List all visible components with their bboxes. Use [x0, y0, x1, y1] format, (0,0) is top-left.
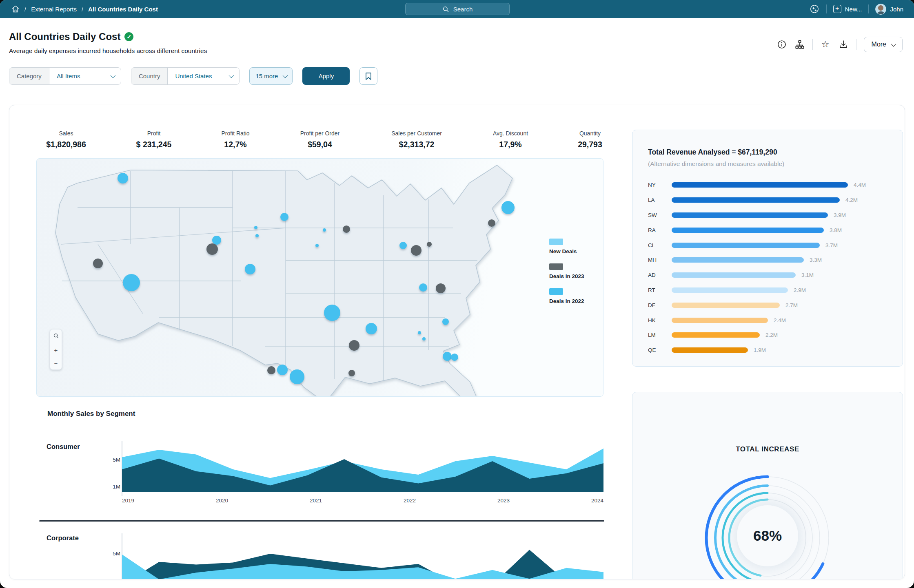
assistant-sparkle-icon[interactable]	[809, 4, 820, 14]
deal-bubble-blue[interactable]	[315, 244, 319, 247]
kpi-value: $ 231,245	[136, 140, 172, 149]
lineage-icon[interactable]	[794, 39, 805, 50]
deal-bubble-blue[interactable]	[280, 213, 288, 221]
user-menu[interactable]: John	[875, 4, 903, 15]
revenue-bar-row[interactable]: CL3.7M	[648, 242, 890, 248]
kpi-value: 12,7%	[221, 140, 249, 149]
deal-bubble-blue[interactable]	[501, 201, 515, 214]
chevron-down-icon	[229, 73, 234, 78]
bar-value-label: 4.2M	[845, 197, 858, 203]
kpi-label: Profit per Order	[300, 130, 339, 137]
consumer-area-chart[interactable]	[122, 441, 603, 496]
deal-bubble-gray[interactable]	[427, 242, 432, 247]
bar-category-label: HK	[648, 317, 660, 323]
bar-value-label: 1.9M	[754, 347, 766, 353]
legend-item-new-deals: New Deals	[549, 239, 584, 254]
category-filter-label: Category	[9, 68, 49, 84]
apply-button[interactable]: Apply	[302, 67, 350, 85]
deal-bubble-blue[interactable]	[451, 354, 458, 361]
deal-bubble-gray[interactable]	[411, 245, 422, 256]
bookmark-button[interactable]	[359, 67, 377, 85]
revenue-bar-row[interactable]: LM2.2M	[648, 332, 890, 338]
new-button[interactable]: New...	[833, 5, 862, 13]
deal-bubble-gray[interactable]	[436, 283, 446, 293]
revenue-bar-row[interactable]: DF2.7M	[648, 302, 890, 308]
download-icon[interactable]	[838, 39, 849, 50]
deal-bubble-blue[interactable]	[254, 226, 257, 229]
bar	[672, 303, 780, 308]
deal-bubble-gray[interactable]	[267, 366, 275, 374]
deal-bubble-blue[interactable]	[422, 337, 426, 340]
bar-value-label: 3.9M	[834, 212, 846, 218]
map-zoom-out-button[interactable]: −	[54, 360, 58, 366]
revenue-bar-row[interactable]: AD3.1M	[648, 272, 890, 278]
favorite-star-icon[interactable]: ☆	[820, 39, 831, 50]
revenue-bar-row[interactable]: SW3.9M	[648, 212, 890, 218]
deal-bubble-gray[interactable]	[349, 340, 359, 351]
us-deals-map[interactable]: New DealsDeals in 2023Deals in 2022 + −	[36, 158, 603, 397]
deal-bubble-gray[interactable]	[348, 370, 355, 376]
revenue-bar-row[interactable]: MH3.3M	[648, 257, 890, 263]
deal-bubble-gray[interactable]	[206, 243, 218, 255]
country-filter-select[interactable]: United States	[168, 68, 239, 84]
x-axis-year-label: 2022	[404, 497, 416, 504]
revenue-bar-row[interactable]: RT2.9M	[648, 287, 890, 293]
more-button[interactable]: More	[864, 37, 903, 52]
bar	[672, 212, 828, 218]
monthly-sales-title: Monthly Sales by Segment	[47, 410, 135, 418]
deal-bubble-blue[interactable]	[323, 228, 326, 232]
category-filter-select[interactable]: All Items	[49, 68, 121, 84]
legend-swatch	[549, 239, 563, 245]
deal-bubble-blue[interactable]	[255, 234, 259, 237]
deal-bubble-blue[interactable]	[118, 173, 128, 183]
bar-value-label: 2.4M	[774, 317, 786, 323]
deal-bubble-blue[interactable]	[123, 274, 140, 291]
deal-bubble-blue[interactable]	[245, 264, 255, 274]
map-zoom-in-button[interactable]: +	[54, 347, 58, 353]
deal-bubble-blue[interactable]	[419, 283, 427, 292]
deal-bubble-blue[interactable]	[277, 365, 288, 375]
gauge-value: 68%	[737, 505, 798, 566]
deal-bubble-gray[interactable]	[488, 219, 495, 227]
country-filter-value: United States	[175, 73, 212, 80]
bar-value-label: 3.8M	[830, 227, 842, 233]
breadcrumb-item[interactable]: External Reports	[31, 6, 77, 13]
x-axis-year-label: 2024	[591, 497, 603, 504]
more-filters-button[interactable]: 15 more	[249, 67, 293, 85]
info-icon[interactable]	[776, 39, 787, 50]
revenue-bar-row[interactable]: NY4.4M	[648, 182, 890, 188]
revenue-bar-row[interactable]: QE1.9M	[648, 347, 890, 353]
bar-value-label: 3.1M	[801, 272, 814, 278]
deal-bubble-blue[interactable]	[443, 352, 452, 361]
kpi-value: 17,9%	[493, 140, 528, 149]
legend-label: Deals in 2022	[549, 298, 584, 304]
deal-bubble-blue[interactable]	[324, 305, 340, 321]
deal-bubble-blue[interactable]	[290, 369, 304, 384]
revenue-bar-row[interactable]: RA3.8M	[648, 227, 890, 233]
deal-bubble-blue[interactable]	[399, 242, 407, 249]
deal-bubble-blue[interactable]	[212, 236, 221, 245]
revenue-bar-row[interactable]: LA4.2M	[648, 197, 890, 203]
corporate-area-chart[interactable]	[122, 534, 603, 579]
segment-label-consumer: Consumer	[47, 443, 80, 451]
map-zoom-controls: + −	[50, 329, 62, 370]
legend-swatch	[549, 263, 563, 270]
map-magnifier-icon[interactable]	[53, 333, 59, 340]
bar-value-label: 4.4M	[854, 182, 866, 188]
filter-bar: Category All Items Country United States…	[9, 67, 377, 85]
deal-bubble-gray[interactable]	[343, 225, 350, 233]
kpi-value: 29,793	[578, 140, 602, 149]
deal-bubble-blue[interactable]	[418, 331, 421, 334]
chevron-down-icon	[283, 73, 288, 78]
bar	[672, 332, 760, 338]
x-axis-year-label: 2020	[216, 497, 228, 504]
deal-bubble-blue[interactable]	[442, 318, 449, 325]
search-input[interactable]: Search	[405, 3, 510, 15]
deal-bubble-blue[interactable]	[366, 323, 377, 334]
home-icon[interactable]	[11, 5, 20, 13]
deal-bubble-gray[interactable]	[93, 259, 103, 268]
consumer-ytick-5m: 5M	[104, 457, 120, 463]
total-increase-gauge: 68%	[698, 468, 837, 579]
kpi-value: $1,820,986	[46, 140, 86, 149]
revenue-bar-row[interactable]: HK2.4M	[648, 317, 890, 323]
